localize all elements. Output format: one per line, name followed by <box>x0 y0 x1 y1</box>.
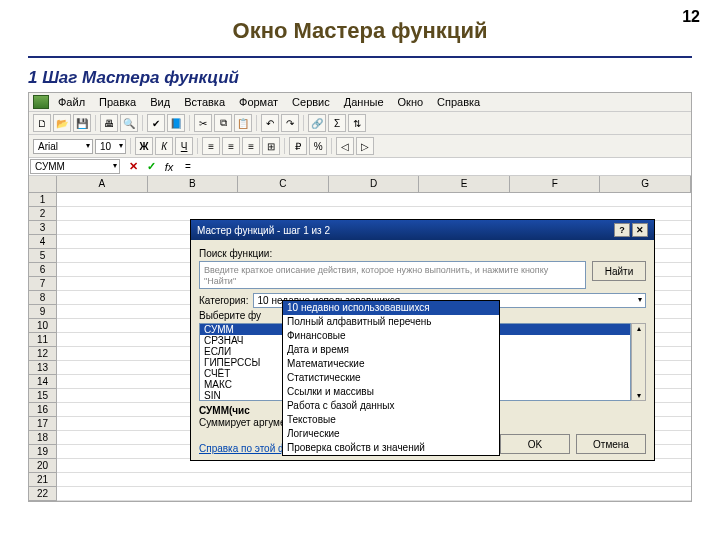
row-header[interactable]: 1 <box>29 193 57 207</box>
menu-window[interactable]: Окно <box>393 95 429 109</box>
wizard-titlebar[interactable]: Мастер функций - шаг 1 из 2 ? ✕ <box>191 220 654 240</box>
row-header[interactable]: 21 <box>29 473 57 487</box>
row-header[interactable]: 12 <box>29 347 57 361</box>
indent-inc-icon[interactable]: ▷ <box>356 137 374 155</box>
scroll-up-icon[interactable]: ▴ <box>637 324 641 333</box>
category-option[interactable]: Финансовые <box>283 329 499 343</box>
link-icon[interactable]: 🔗 <box>308 114 326 132</box>
new-icon[interactable]: 🗋 <box>33 114 51 132</box>
undo-icon[interactable]: ↶ <box>261 114 279 132</box>
row-header[interactable]: 14 <box>29 375 57 389</box>
row-header[interactable]: 22 <box>29 487 57 501</box>
row-header[interactable]: 8 <box>29 291 57 305</box>
cancel-button[interactable]: Отмена <box>576 434 646 454</box>
row-header[interactable]: 11 <box>29 333 57 347</box>
menu-file[interactable]: Файл <box>53 95 90 109</box>
row-header[interactable]: 3 <box>29 221 57 235</box>
category-option[interactable]: Работа с базой данных <box>283 399 499 413</box>
row-header[interactable]: 7 <box>29 277 57 291</box>
scroll-down-icon[interactable]: ▾ <box>637 391 641 400</box>
category-option[interactable]: Логические <box>283 427 499 441</box>
col-header[interactable]: G <box>600 176 691 192</box>
merge-icon[interactable]: ⊞ <box>262 137 280 155</box>
sort-icon[interactable]: ⇅ <box>348 114 366 132</box>
row-header[interactable]: 16 <box>29 403 57 417</box>
cut-icon[interactable]: ✂ <box>194 114 212 132</box>
menu-insert[interactable]: Вставка <box>179 95 230 109</box>
row-header[interactable]: 5 <box>29 249 57 263</box>
formula-input[interactable] <box>181 160 691 173</box>
research-icon[interactable]: 📘 <box>167 114 185 132</box>
row-header[interactable]: 20 <box>29 459 57 473</box>
menu-data[interactable]: Данные <box>339 95 389 109</box>
ok-button[interactable]: OK <box>500 434 570 454</box>
spellcheck-icon[interactable]: ✔ <box>147 114 165 132</box>
row-header[interactable]: 15 <box>29 389 57 403</box>
title-rule <box>28 56 692 58</box>
row-header[interactable]: 17 <box>29 417 57 431</box>
paste-icon[interactable]: 📋 <box>234 114 252 132</box>
scrollbar[interactable]: ▴▾ <box>631 323 646 401</box>
menu-tools[interactable]: Сервис <box>287 95 335 109</box>
currency-icon[interactable]: ₽ <box>289 137 307 155</box>
excel-icon <box>33 95 49 109</box>
row-header[interactable]: 10 <box>29 319 57 333</box>
align-center-icon[interactable]: ≡ <box>222 137 240 155</box>
italic-icon[interactable]: К <box>155 137 173 155</box>
preview-icon[interactable]: 🔍 <box>120 114 138 132</box>
save-icon[interactable]: 💾 <box>73 114 91 132</box>
col-header[interactable]: E <box>419 176 510 192</box>
row-header[interactable]: 2 <box>29 207 57 221</box>
enter-formula-icon[interactable]: ✓ <box>143 160 159 174</box>
name-box[interactable]: СУММ <box>30 159 120 174</box>
redo-icon[interactable]: ↷ <box>281 114 299 132</box>
category-option[interactable]: Текстовые <box>283 413 499 427</box>
align-right-icon[interactable]: ≡ <box>242 137 260 155</box>
help-icon[interactable]: ? <box>614 223 630 237</box>
percent-icon[interactable]: % <box>309 137 327 155</box>
close-icon[interactable]: ✕ <box>632 223 648 237</box>
menu-help[interactable]: Справка <box>432 95 485 109</box>
standard-toolbar: 🗋 📂 💾 🖶 🔍 ✔ 📘 ✂ ⧉ 📋 ↶ ↷ 🔗 Σ ⇅ <box>29 112 691 135</box>
indent-dec-icon[interactable]: ◁ <box>336 137 354 155</box>
font-size-select[interactable]: 10 <box>95 139 126 154</box>
align-left-icon[interactable]: ≡ <box>202 137 220 155</box>
col-header[interactable]: B <box>148 176 239 192</box>
row-header[interactable]: 19 <box>29 445 57 459</box>
col-header[interactable]: C <box>238 176 329 192</box>
category-dropdown-list[interactable]: 10 недавно использовавшихсяПолный алфави… <box>282 300 500 456</box>
sum-icon[interactable]: Σ <box>328 114 346 132</box>
category-option[interactable]: Математические <box>283 357 499 371</box>
row-header[interactable]: 13 <box>29 361 57 375</box>
underline-icon[interactable]: Ч <box>175 137 193 155</box>
row-header[interactable]: 18 <box>29 431 57 445</box>
cancel-formula-icon[interactable]: ✕ <box>125 160 141 174</box>
row-header[interactable]: 6 <box>29 263 57 277</box>
category-option[interactable]: Ссылки и массивы <box>283 385 499 399</box>
category-option[interactable]: Проверка свойств и значений <box>283 441 499 455</box>
find-button[interactable]: Найти <box>592 261 646 281</box>
bold-icon[interactable]: Ж <box>135 137 153 155</box>
separator <box>95 115 96 131</box>
font-name-select[interactable]: Arial <box>33 139 93 154</box>
category-option[interactable]: 10 недавно использовавшихся <box>283 301 499 315</box>
select-all-corner[interactable] <box>29 176 57 192</box>
slide-subtitle: 1 Шаг Мастера функций <box>28 68 692 88</box>
menu-view[interactable]: Вид <box>145 95 175 109</box>
category-option[interactable]: Статистические <box>283 371 499 385</box>
menu-format[interactable]: Формат <box>234 95 283 109</box>
fx-icon[interactable]: fx <box>161 160 177 174</box>
search-input[interactable]: Введите краткое описание действия, котор… <box>199 261 586 289</box>
col-header[interactable]: F <box>510 176 601 192</box>
row-header[interactable]: 9 <box>29 305 57 319</box>
copy-icon[interactable]: ⧉ <box>214 114 232 132</box>
category-option[interactable]: Полный алфавитный перечень <box>283 315 499 329</box>
menubar: Файл Правка Вид Вставка Формат Сервис Да… <box>29 93 691 112</box>
print-icon[interactable]: 🖶 <box>100 114 118 132</box>
open-icon[interactable]: 📂 <box>53 114 71 132</box>
menu-edit[interactable]: Правка <box>94 95 141 109</box>
row-header[interactable]: 4 <box>29 235 57 249</box>
category-option[interactable]: Дата и время <box>283 343 499 357</box>
col-header[interactable]: D <box>329 176 420 192</box>
col-header[interactable]: A <box>57 176 148 192</box>
